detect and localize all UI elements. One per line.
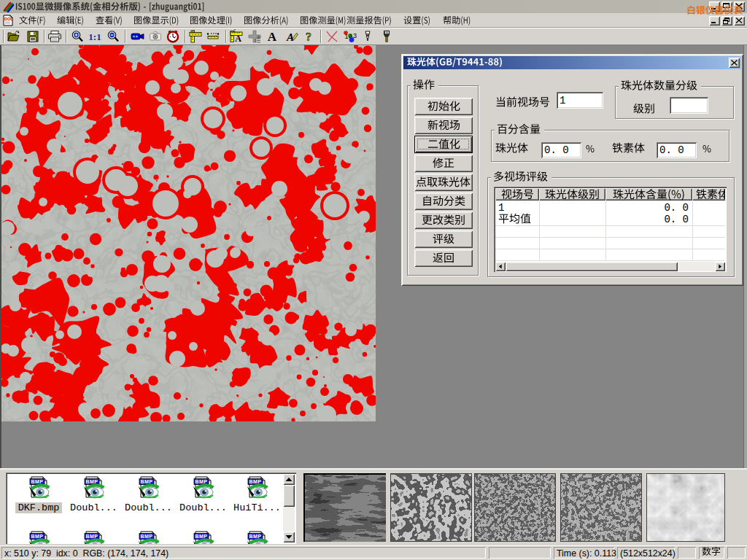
svg-text:C: C <box>193 30 195 34</box>
svg-text:BMP: BMP <box>85 534 98 539</box>
svg-text:BMP: BMP <box>140 534 152 539</box>
svg-text:C: C <box>234 29 236 33</box>
svg-text:A: A <box>235 34 241 44</box>
svg-text:BMP: BMP <box>31 534 43 539</box>
svg-text:DOC: DOC <box>4 17 13 21</box>
svg-text:1: 1 <box>345 33 349 40</box>
svg-text:3: 3 <box>353 32 357 39</box>
svg-text:BMP: BMP <box>85 479 98 484</box>
svg-text:BMP: BMP <box>31 479 43 484</box>
svg-text:BMP: BMP <box>195 534 207 539</box>
svg-text:BMP: BMP <box>140 479 152 484</box>
svg-text:A: A <box>268 30 277 44</box>
svg-text:?: ? <box>306 31 311 43</box>
svg-text:BMP: BMP <box>195 479 207 484</box>
svg-text:1:1: 1:1 <box>88 31 101 42</box>
svg-text:A: A <box>286 31 294 43</box>
svg-text:BMP: BMP <box>249 479 261 484</box>
svg-text:BMP: BMP <box>249 534 261 539</box>
